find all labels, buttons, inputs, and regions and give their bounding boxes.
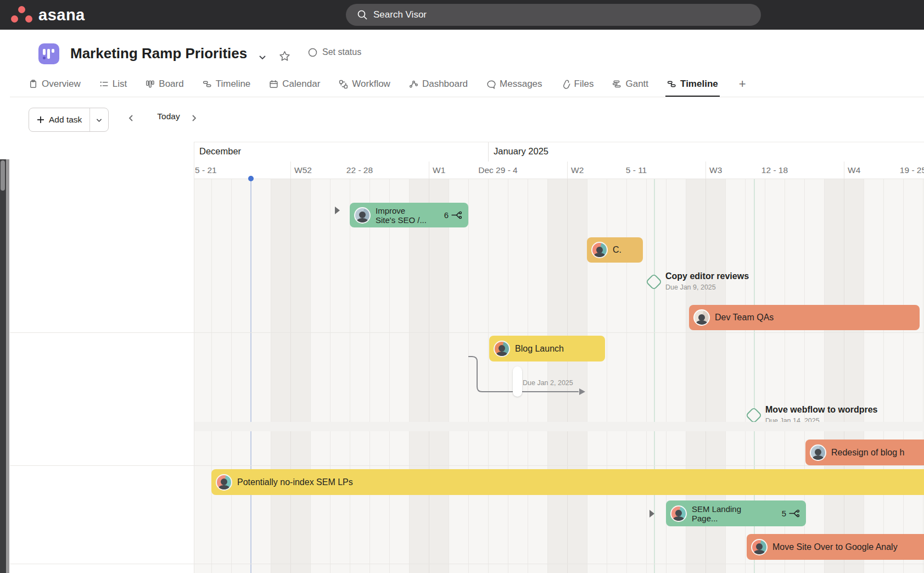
tab-gantt[interactable]: Gantt: [612, 71, 648, 97]
plus-icon: [37, 116, 44, 124]
tab-messages[interactable]: Messages: [486, 71, 542, 97]
tab-timeline[interactable]: Timeline: [203, 71, 251, 97]
tab-label: Messages: [500, 79, 542, 90]
add-task-label: Add task: [49, 115, 82, 125]
messages-icon: [486, 80, 496, 89]
assignee-avatar: [216, 474, 232, 491]
calendar-icon: [269, 80, 278, 89]
search-input[interactable]: Search Visor: [346, 4, 761, 26]
asana-app: asana Search Visor Marketing Ramp Priori…: [0, 0, 924, 573]
tab-files[interactable]: Files: [561, 71, 594, 97]
chevron-right-icon: [189, 114, 198, 123]
milestone-title[interactable]: Move webflow to wordpres: [765, 405, 877, 415]
timeline-view: DecemberJanuary 2025 5 - 21W5222 - 28W1D…: [0, 142, 924, 573]
asana-logo-icon: [10, 4, 34, 26]
milestone-title[interactable]: Copy editor reviews: [665, 271, 749, 281]
task-name: SEM LandingPage...: [692, 504, 741, 523]
chevron-left-icon: [127, 114, 136, 123]
tab-label: Files: [574, 79, 594, 90]
branch-icon: [451, 210, 462, 220]
chevron-down-icon: [96, 116, 103, 124]
task-bar-sem-landing[interactable]: SEM LandingPage...5: [666, 500, 806, 526]
board-icon: [145, 80, 155, 89]
top-bar: asana Search Visor: [0, 0, 924, 30]
section-divider: [10, 564, 924, 564]
add-task-dropdown[interactable]: [90, 108, 108, 131]
overview-icon: [29, 80, 38, 89]
project-header: Marketing Ramp Priorities Set status: [10, 30, 924, 71]
task-bar-improve[interactable]: ImproveSite's SEO /...6: [350, 203, 468, 227]
tab-label: Timeline: [680, 79, 718, 90]
assignee-avatar: [751, 539, 768, 555]
gantt-icon: [612, 80, 621, 89]
due-date-label: Due Jan 2, 2025: [523, 379, 573, 387]
subtask-count-badge: 6: [439, 210, 462, 220]
tab-label: Overview: [42, 79, 81, 90]
task-name: Dev Team QAs: [715, 313, 774, 322]
assignee-avatar: [591, 242, 608, 258]
dashboard-icon: [409, 80, 418, 89]
tab-label: List: [113, 79, 127, 90]
timeline-icon: [667, 80, 676, 89]
tab-label: Timeline: [216, 79, 251, 90]
subtask-count-badge: 5: [776, 508, 799, 519]
workflow-icon: [339, 80, 348, 89]
left-scrollbar-edge: [6, 159, 9, 573]
set-status-label: Set status: [322, 47, 361, 57]
add-task-button[interactable]: Add task: [29, 108, 109, 132]
task-bar-redesign-blog[interactable]: Redesign of blog h: [805, 440, 924, 465]
tab-list[interactable]: List: [99, 71, 127, 97]
tab-label: Gantt: [625, 79, 648, 90]
add-tab-button[interactable]: +: [739, 77, 746, 91]
task-bar-dev-team-qas[interactable]: Dev Team QAs: [689, 305, 920, 330]
expand-subtasks-icon[interactable]: [649, 510, 654, 518]
assignee-avatar: [693, 309, 710, 326]
assignee-avatar: [810, 444, 826, 461]
section-panel: [10, 142, 194, 573]
tab-calendar[interactable]: Calendar: [269, 71, 320, 97]
asana-logo[interactable]: asana: [10, 3, 98, 27]
tab-label: Board: [159, 79, 183, 90]
title-chevron-down-icon[interactable]: [258, 53, 267, 62]
asana-logo-text: asana: [38, 6, 85, 24]
tab-timeline-active[interactable]: Timeline: [667, 71, 718, 97]
task-name: Potentially no-index SEM LPs: [237, 477, 353, 487]
search-icon: [357, 9, 368, 20]
files-icon: [561, 80, 570, 89]
prev-period-button[interactable]: [127, 110, 136, 127]
star-icon[interactable]: [278, 50, 291, 63]
subtask-count: 5: [782, 509, 786, 518]
tab-dashboard[interactable]: Dashboard: [409, 71, 468, 97]
search-placeholder: Search Visor: [373, 9, 427, 20]
section-divider: [10, 332, 924, 333]
subtask-handle-pill[interactable]: [513, 366, 522, 397]
task-bar-blog-launch[interactable]: Blog Launch: [489, 336, 605, 361]
task-bar-copy-editor-bar[interactable]: C.: [587, 237, 643, 263]
task-bar-potentially-no-index[interactable]: Potentially no-index SEM LPs: [211, 469, 924, 495]
task-name: ImproveSite's SEO /...: [376, 206, 427, 225]
assignee-avatar: [670, 505, 687, 522]
assignee-avatar: [354, 207, 371, 224]
set-status-button[interactable]: Set status: [308, 47, 361, 57]
next-period-button[interactable]: [189, 110, 198, 127]
tab-workflow[interactable]: Workflow: [339, 71, 390, 97]
page-title: Marketing Ramp Priorities: [70, 45, 247, 62]
tab-overview[interactable]: Overview: [29, 71, 81, 97]
tab-board[interactable]: Board: [145, 71, 183, 97]
timeline-toolbar: Add task Today: [10, 97, 924, 142]
project-icon[interactable]: [38, 43, 59, 64]
status-circle-icon: [308, 48, 317, 57]
task-name: Redesign of blog h: [831, 448, 904, 458]
list-icon: [99, 80, 109, 89]
tab-bar: OverviewListBoardTimelineCalendarWorkflo…: [10, 71, 924, 97]
expand-subtasks-icon[interactable]: [335, 207, 340, 214]
left-scrollbar-track[interactable]: [0, 159, 6, 573]
add-task-main[interactable]: Add task: [29, 108, 90, 131]
subtask-count: 6: [444, 210, 449, 220]
today-button[interactable]: Today: [147, 112, 191, 121]
task-bar-move-site[interactable]: Move Site Over to Google Analy: [747, 534, 924, 560]
left-scrollbar-thumb[interactable]: [1, 160, 5, 191]
assignee-avatar: [494, 341, 510, 357]
tab-label: Calendar: [282, 79, 320, 90]
task-name: Move Site Over to Google Analy: [772, 542, 898, 552]
